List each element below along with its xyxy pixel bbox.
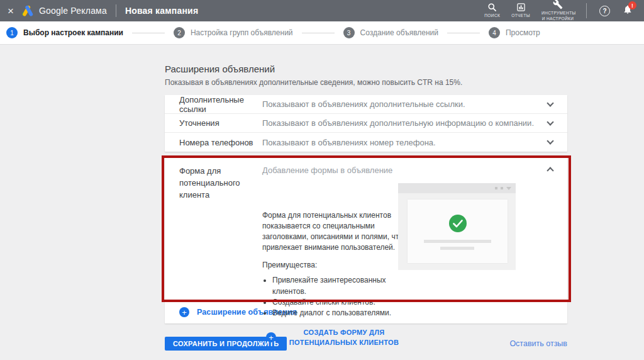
extension-row-sitelinks[interactable]: Дополнительные ссылки Показывают в объяв… <box>165 95 567 114</box>
benefit-item: Привлекайте заинтересованных клиентов. <box>272 275 412 297</box>
step-number: 1 <box>6 27 18 38</box>
mock-window-control <box>501 187 503 189</box>
mock-form-card <box>408 200 508 263</box>
step-number: 4 <box>489 27 500 38</box>
placeholder-line <box>424 240 491 243</box>
close-icon[interactable]: × <box>8 6 14 16</box>
chevron-down-icon[interactable] <box>547 118 553 125</box>
placeholder-line <box>440 247 474 250</box>
mock-browser-bar <box>398 183 516 193</box>
section-subtitle: Показывая в объявлениях дополнительные с… <box>165 78 567 87</box>
lead-form-subheader: Добавление формы в объявление <box>262 166 548 175</box>
create-lead-form-label: СОЗДАТЬ ФОРМУ ДЛЯ ПОТЕНЦИАЛЬНЫХ КЛИЕНТОВ <box>276 327 412 348</box>
create-lead-form-button[interactable]: + СОЗДАТЬ ФОРМУ ДЛЯ ПОТЕНЦИАЛЬНЫХ КЛИЕНТ… <box>262 327 412 348</box>
step-connector <box>302 33 335 33</box>
section-title: Расширения объявлений <box>165 64 567 74</box>
benefit-item: Ведите диалог с пользователями. <box>272 308 412 318</box>
mock-window-control <box>495 187 497 189</box>
extension-row-phone[interactable]: Номера телефонов Показывают в объявления… <box>165 133 567 152</box>
brand-name: Google Реклама <box>39 6 107 16</box>
step-campaign-settings[interactable]: 1 Выбор настроек кампании <box>6 27 123 38</box>
step-review[interactable]: 4 Просмотр <box>489 27 540 38</box>
extension-description: Показывают в объявлениях номер телефона. <box>262 138 548 147</box>
header-divider <box>116 4 116 17</box>
check-icon <box>453 220 463 228</box>
step-label: Выбор настроек кампании <box>23 28 123 37</box>
benefit-item: Создавайте списки клиентов. <box>272 297 412 308</box>
step-ad-groups[interactable]: 2 Настройка групп объявлений <box>174 27 293 38</box>
tools-settings-label: ИНСТРУМЕНТЫ И НАСТРОЙКИ <box>541 11 574 22</box>
step-label: Просмотр <box>506 28 540 37</box>
extension-label: Дополнительные ссылки <box>179 95 262 114</box>
chevron-down-icon[interactable] <box>547 99 553 106</box>
add-icon: + <box>179 307 189 317</box>
step-label: Настройка групп объявлений <box>191 28 293 37</box>
reports-icon <box>516 3 526 12</box>
search-button[interactable]: ПОИСК <box>484 3 500 19</box>
extension-label: Номера телефонов <box>179 138 262 147</box>
page-title: Новая кампания <box>125 6 198 16</box>
benefits-title: Преимущества: <box>262 261 412 269</box>
step-connector <box>447 33 480 33</box>
leave-feedback-link[interactable]: Оставить отзыв <box>509 339 567 348</box>
search-icon <box>487 3 497 12</box>
google-ads-logo-icon <box>21 5 34 16</box>
mock-window-control <box>506 187 511 190</box>
step-create-ads[interactable]: 3 Создание объявлений <box>343 27 438 38</box>
success-check-circle <box>449 215 467 232</box>
lead-form-description: Форма для потенциальных клиентов показыв… <box>262 210 412 254</box>
extensions-card: Дополнительные ссылки Показывают в объяв… <box>165 95 567 152</box>
lead-form-section: Форма для потенциального клиента Добавле… <box>165 157 567 301</box>
help-icon[interactable]: ? <box>599 6 610 16</box>
extension-description: Показывают в объявлениях дополнительную … <box>262 118 548 128</box>
extension-row-callouts[interactable]: Уточнения Показывают в объявлениях допол… <box>165 114 567 133</box>
add-icon: + <box>266 332 276 342</box>
reports-button[interactable]: ОТЧЕТЫ <box>511 3 530 19</box>
main-content: Расширения объявлений Показывая в объявл… <box>0 45 644 351</box>
lead-form-label: Форма для потенциального клиента <box>179 166 262 201</box>
reports-label: ОТЧЕТЫ <box>511 13 530 19</box>
step-label: Создание объявлений <box>360 28 438 37</box>
notifications-button[interactable]: ! <box>623 4 633 18</box>
step-number: 3 <box>343 27 355 38</box>
step-connector <box>132 33 165 33</box>
top-bar: × Google Реклама Новая кампания ПОИСК ОТ… <box>0 0 644 21</box>
campaign-stepper: 1 Выбор настроек кампании 2 Настройка гр… <box>0 21 644 45</box>
benefits-list: Привлекайте заинтересованных клиентов. С… <box>272 275 412 319</box>
search-label: ПОИСК <box>484 13 500 19</box>
chevron-down-icon[interactable] <box>547 137 553 144</box>
tools-settings-button[interactable]: ИНСТРУМЕНТЫ И НАСТРОЙКИ <box>541 0 574 22</box>
extension-description: Показывают в объявлениях дополнительные … <box>262 99 548 109</box>
lead-form-description-text: Форма для потенциальных клиентов показыв… <box>262 211 403 252</box>
header-divider <box>586 3 587 18</box>
notification-badge: ! <box>628 1 636 9</box>
extension-label: Уточнения <box>179 118 262 128</box>
step-number: 2 <box>174 27 185 38</box>
chevron-up-icon[interactable] <box>547 167 553 174</box>
lead-form-illustration <box>398 183 516 270</box>
wrench-icon <box>553 0 563 9</box>
